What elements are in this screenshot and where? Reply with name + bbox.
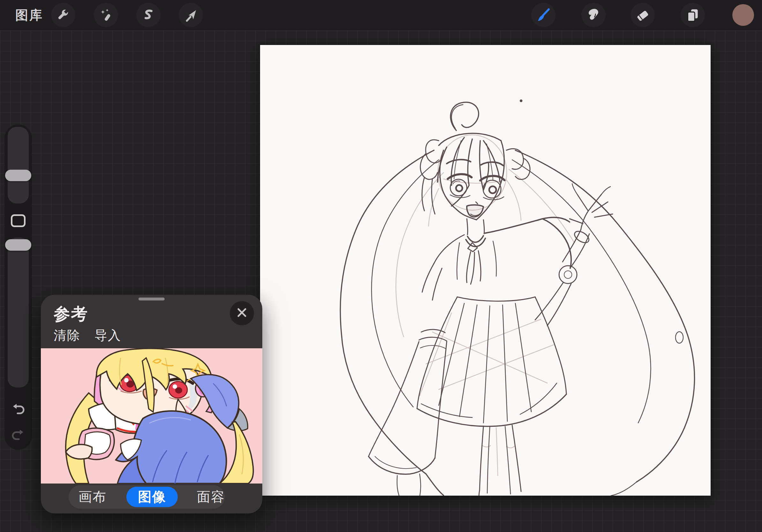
gallery-button[interactable]: 图库 [15,0,43,30]
smudge-tool-button[interactable] [581,3,606,27]
clear-button[interactable]: 清除 [54,327,80,344]
tab-canvas[interactable]: 画布 [72,485,113,509]
close-button[interactable] [230,301,254,325]
brush-icon [535,7,551,23]
opacity-slider[interactable] [8,237,29,387]
layers-button[interactable] [681,3,705,27]
eraser-icon [635,7,650,23]
tab-image[interactable]: 图像 [126,487,178,507]
modify-button[interactable] [11,214,26,227]
transform-button[interactable] [179,3,203,27]
selection-s-icon [141,8,156,22]
tab-face[interactable]: 面容 [190,485,232,509]
brush-size-slider[interactable] [8,127,29,204]
procreate-app: { "top_bar": { "gallery_label": "图库", "l… [0,0,762,532]
selection-button[interactable] [136,3,161,27]
drawing-canvas[interactable] [260,45,711,496]
adjustments-button[interactable] [94,3,118,27]
top-toolbar: 图库 [0,0,762,30]
undo-button[interactable] [11,402,26,417]
transform-arrow-icon [184,8,198,22]
opacity-handle[interactable] [5,239,31,251]
reference-panel: 参考 清除 导入 [41,295,262,513]
undo-icon [11,401,26,418]
redo-icon [11,427,26,443]
smudge-finger-icon [585,7,601,23]
import-button[interactable]: 导入 [95,327,121,344]
canvas-sketch [260,45,711,496]
wrench-icon [56,8,70,22]
tab-bar: 画布 图像 面容 [69,485,225,509]
brush-sidebar [4,124,32,450]
chibi-illustration [41,348,262,484]
brush-size-handle[interactable] [5,170,31,181]
redo-button[interactable] [11,428,26,443]
panel-drag-handle[interactable] [138,298,165,300]
close-icon [236,307,247,319]
color-swatch[interactable] [732,4,754,26]
panel-actions: 清除 导入 [54,327,121,344]
magic-wand-icon [99,8,113,22]
panel-title: 参考 [54,303,88,325]
panel-footer: 画布 图像 面容 [41,484,262,513]
layers-icon [685,7,701,23]
actions-button[interactable] [51,3,75,27]
erase-tool-button[interactable] [631,3,655,27]
paint-tool-button[interactable] [531,3,556,27]
reference-image [41,348,262,484]
